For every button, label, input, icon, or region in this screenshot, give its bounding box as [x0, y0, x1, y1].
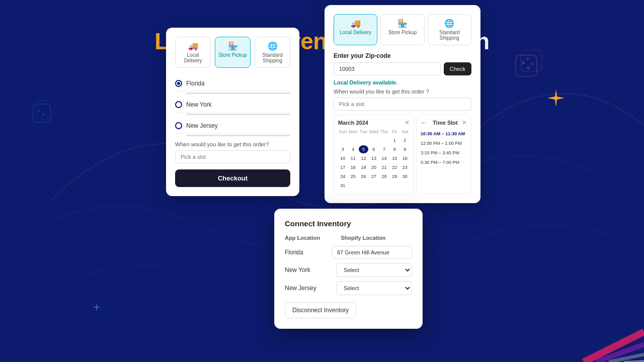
- cal-day[interactable]: 8: [390, 145, 399, 153]
- globe-icon-left: 🌐: [257, 41, 288, 51]
- ts-back-icon[interactable]: ←: [421, 119, 427, 126]
- left-delivery-card: 🚚 Local Delivery 🏪 Store Pickup 🌐 Standa…: [166, 28, 299, 196]
- cal-day[interactable]: 16: [400, 154, 410, 162]
- ts-close-icon[interactable]: ✕: [462, 119, 467, 126]
- new-york-shopify-select[interactable]: Select: [336, 263, 412, 277]
- svg-point-6: [522, 61, 525, 64]
- cal-day[interactable]: 2: [400, 136, 410, 144]
- cal-close-icon[interactable]: ✕: [405, 119, 410, 126]
- florida-shopify-input[interactable]: [332, 246, 412, 259]
- florida-bar: [186, 93, 290, 94]
- tab-store-pickup-right[interactable]: 🏪 Store Pickup: [380, 14, 424, 45]
- radio-florida: [175, 80, 182, 87]
- location-new-jersey[interactable]: New Jersey: [175, 118, 290, 134]
- cal-day[interactable]: 9: [400, 145, 410, 153]
- cal-days-header: Sun Mon Tue Wed Thu Fri Sat: [338, 129, 410, 134]
- cal-day[interactable]: 5: [359, 145, 368, 153]
- cal-day[interactable]: 23: [400, 163, 410, 171]
- cal-days: 1234567891011121314151617181920212223242…: [338, 136, 410, 190]
- modal-column-headers: App Location Shopify Location: [285, 235, 412, 241]
- svg-point-13: [42, 114, 45, 116]
- time-slot-item-4[interactable]: 5:30 PM – 7:00 PM: [421, 158, 467, 167]
- left-delivery-tabs: 🚚 Local Delivery 🏪 Store Pickup 🌐 Standa…: [175, 37, 290, 68]
- check-button[interactable]: Check: [444, 62, 471, 75]
- new-jersey-shopify-select[interactable]: Select: [336, 281, 412, 295]
- cal-day[interactable]: 10: [338, 154, 348, 162]
- svg-point-12: [38, 110, 41, 113]
- svg-point-8: [531, 62, 534, 65]
- cal-day: [338, 136, 348, 144]
- cal-day[interactable]: 22: [390, 163, 399, 171]
- time-slot-panel: ← Time Slot ✕ 10:30 AM – 11:30 AM 12:00 …: [416, 115, 471, 194]
- page-title: Location-Driven Customization: [0, 0, 644, 55]
- star-decoration: [546, 88, 566, 110]
- cal-day: [369, 136, 379, 144]
- cal-day[interactable]: 27: [369, 172, 379, 180]
- cal-day[interactable]: 3: [338, 145, 348, 153]
- cal-day[interactable]: 25: [349, 172, 358, 180]
- modal-row-florida: Florida: [285, 246, 412, 259]
- cal-day[interactable]: 1: [390, 136, 399, 144]
- location-new-york[interactable]: New York: [175, 97, 290, 113]
- cal-day[interactable]: 15: [390, 154, 399, 162]
- checkout-button[interactable]: Checkout: [175, 169, 290, 187]
- modal-row-new-jersey: New Jersey Select: [285, 281, 412, 295]
- time-slot-item-1[interactable]: 10:30 AM – 11:30 AM: [421, 129, 467, 139]
- cal-day[interactable]: 30: [400, 172, 410, 180]
- zipcode-input[interactable]: [334, 62, 441, 75]
- svg-rect-11: [36, 101, 54, 119]
- time-slot-item-3[interactable]: 3:15 PM – 3:45 PM: [421, 148, 467, 158]
- cal-day[interactable]: 21: [379, 163, 389, 171]
- location-florida[interactable]: Florida: [175, 76, 290, 92]
- dice-icon-left: [30, 98, 58, 128]
- cal-title: March 2024: [338, 120, 368, 126]
- tab-store-pickup-left[interactable]: 🏪 Store Pickup: [215, 37, 251, 68]
- right-delivery-tabs: 🚚 Local Delivery 🏪 Store Pickup 🌐 Standa…: [334, 14, 471, 45]
- svg-line-1: [596, 344, 644, 362]
- calendar-timeslot-container: March 2024 ✕ Sun Mon Tue Wed Thu Fri Sat…: [334, 115, 471, 194]
- cal-day[interactable]: 11: [349, 154, 358, 162]
- cal-day[interactable]: 26: [359, 172, 368, 180]
- cal-day[interactable]: 14: [379, 154, 389, 162]
- cal-day[interactable]: 12: [359, 154, 368, 162]
- florida-location-label: Florida: [285, 249, 327, 256]
- tab-standard-shipping-left[interactable]: 🌐 Standard Shipping: [255, 37, 290, 68]
- ts-title: Time Slot: [433, 120, 457, 126]
- cal-day[interactable]: 24: [338, 172, 348, 180]
- radio-new-york: [175, 101, 182, 108]
- tab-standard-shipping-right[interactable]: 🌐 Standard Shipping: [428, 14, 471, 45]
- cal-header: March 2024 ✕: [338, 119, 410, 126]
- svg-point-7: [527, 66, 530, 69]
- time-slot-item-2[interactable]: 12:00 PM – 1:00 PM: [421, 139, 467, 148]
- cal-day[interactable]: 18: [349, 163, 358, 171]
- cal-day[interactable]: 20: [369, 163, 379, 171]
- tab-local-delivery-left[interactable]: 🚚 Local Delivery: [175, 37, 211, 68]
- delivery-available-text: Local Delivery available.: [334, 79, 471, 85]
- pick-slot-input-right[interactable]: [334, 98, 471, 111]
- cal-day[interactable]: 6: [369, 145, 379, 153]
- col-shopify-header: Shopify Location: [341, 235, 412, 241]
- zipcode-row: Check: [334, 62, 471, 75]
- pick-slot-input-left[interactable]: [175, 150, 290, 163]
- cal-day[interactable]: 28: [379, 172, 389, 180]
- cal-day[interactable]: 19: [359, 163, 368, 171]
- new-york-location-label: New York: [285, 266, 331, 274]
- store-icon-right: 🏪: [383, 19, 422, 28]
- cal-day[interactable]: 31: [338, 182, 348, 190]
- store-icon-left: 🏪: [217, 41, 248, 51]
- location-list: Florida New York New Jersey: [175, 76, 290, 136]
- connect-inventory-modal: Connect Inventory App Location Shopify L…: [274, 209, 423, 329]
- modal-title: Connect Inventory: [285, 219, 412, 228]
- tab-local-delivery-right[interactable]: 🚚 Local Delivery: [334, 14, 377, 45]
- cal-day[interactable]: 13: [369, 154, 379, 162]
- cal-day: [359, 136, 368, 144]
- right-delivery-card: 🚚 Local Delivery 🏪 Store Pickup 🌐 Standa…: [325, 5, 480, 203]
- disconnect-inventory-button[interactable]: Disconnect Inventory: [285, 302, 356, 318]
- cal-day[interactable]: 17: [338, 163, 348, 171]
- plus-decoration: +: [93, 300, 100, 314]
- cal-day[interactable]: 4: [349, 145, 358, 153]
- cal-day[interactable]: 29: [390, 172, 399, 180]
- svg-line-0: [584, 332, 644, 362]
- ts-header: ← Time Slot ✕: [421, 119, 467, 126]
- cal-day[interactable]: 7: [379, 145, 389, 153]
